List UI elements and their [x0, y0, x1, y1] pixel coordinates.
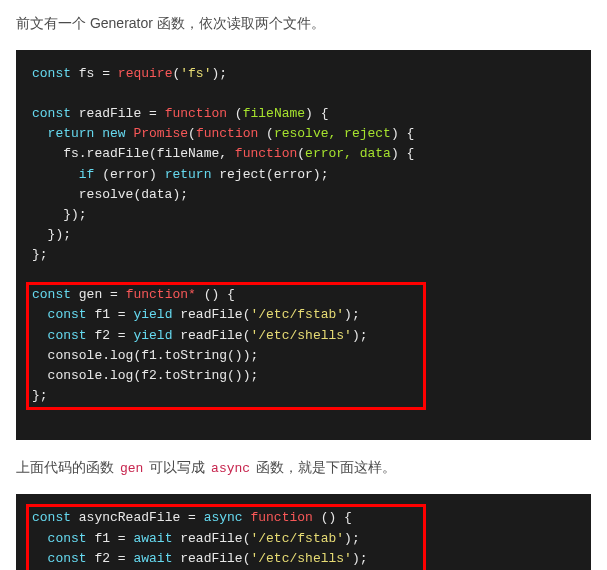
code-token: await	[133, 531, 172, 546]
code-token: const	[32, 510, 71, 525]
code-token	[32, 328, 48, 343]
code-token: f2 =	[87, 551, 134, 566]
code-token: });	[32, 227, 71, 242]
text-run: 函数，就是下面这样。	[252, 459, 396, 475]
code-token: async	[204, 510, 243, 525]
code-token: () {	[196, 287, 235, 302]
code-token: yield	[133, 328, 172, 343]
code-token: readFile(	[172, 551, 250, 566]
code-token: console.log(f2.toString());	[32, 368, 258, 383]
code-token: readFile(	[172, 307, 250, 322]
code-token: const	[32, 287, 71, 302]
code-block-generator: const fs = require('fs'); const readFile…	[16, 50, 591, 441]
text-run: 上面代码的函数	[16, 459, 118, 475]
text-run: 可以写成	[145, 459, 209, 475]
code-token: f1 =	[87, 531, 134, 546]
code-token: console.log(f1.toString());	[32, 348, 258, 363]
code-token: return	[165, 167, 212, 182]
code-token: readFile(	[172, 328, 250, 343]
code-token: );	[211, 66, 227, 81]
code-token: 'fs'	[180, 66, 211, 81]
code-token: function	[250, 510, 312, 525]
code-token: await	[133, 551, 172, 566]
inline-code-gen: gen	[118, 461, 145, 476]
code-token: };	[32, 388, 48, 403]
inline-code-async: async	[209, 461, 252, 476]
paragraph-middle: 上面代码的函数 gen 可以写成 async 函数，就是下面这样。	[16, 456, 591, 480]
code-token: );	[344, 307, 360, 322]
code-token: (	[258, 126, 274, 141]
code-token: '/etc/shells'	[250, 551, 351, 566]
code-token: '/etc/fstab'	[250, 531, 344, 546]
code-token: const	[48, 531, 87, 546]
code-token: readFile(	[172, 531, 250, 546]
code-token: new	[102, 126, 125, 141]
code-token	[32, 551, 48, 566]
code-token: );	[352, 328, 368, 343]
code-token: '/etc/shells'	[250, 328, 351, 343]
code-token: );	[352, 551, 368, 566]
code-token: function	[196, 126, 258, 141]
code-token: reject(error);	[211, 167, 328, 182]
code-token: (error)	[94, 167, 164, 182]
code-token: const	[32, 106, 71, 121]
code-token: gen =	[71, 287, 126, 302]
code-token: fs =	[71, 66, 118, 81]
code-token: };	[32, 247, 48, 262]
paragraph-intro: 前文有一个 Generator 函数，依次读取两个文件。	[16, 12, 591, 36]
code-token: return	[48, 126, 95, 141]
code-token: asyncReadFile =	[71, 510, 204, 525]
code-token: function	[165, 106, 227, 121]
code-token: function	[235, 146, 297, 161]
code-token: Promise	[133, 126, 188, 141]
code-block-async: const asyncReadFile = async function () …	[16, 494, 591, 570]
code-token: (	[227, 106, 243, 121]
code-token: (	[188, 126, 196, 141]
code-token: f2 =	[87, 328, 134, 343]
code-token: );	[344, 531, 360, 546]
code-token: *	[188, 287, 196, 302]
code-token: const	[48, 551, 87, 566]
code-token: fileName	[243, 106, 305, 121]
code-token: ) {	[305, 106, 328, 121]
code-token	[32, 307, 48, 322]
code-token: resolve, reject	[274, 126, 391, 141]
code-token: });	[32, 207, 87, 222]
code-token: () {	[313, 510, 352, 525]
code-token: const	[32, 66, 71, 81]
code-token: resolve(data);	[32, 187, 188, 202]
code-token: error, data	[305, 146, 391, 161]
code-token: ) {	[391, 126, 414, 141]
code-token: yield	[133, 307, 172, 322]
code-token: fs.readFile(fileName,	[32, 146, 235, 161]
code-token: (	[297, 146, 305, 161]
code-token: function	[126, 287, 188, 302]
code-token: '/etc/fstab'	[250, 307, 344, 322]
code-token: readFile =	[71, 106, 165, 121]
code-token: require	[118, 66, 173, 81]
code-token	[32, 126, 48, 141]
code-token: f1 =	[87, 307, 134, 322]
code-token: if	[79, 167, 95, 182]
code-token: const	[48, 307, 87, 322]
code-token	[32, 167, 79, 182]
code-token: const	[48, 328, 87, 343]
code-token: ) {	[391, 146, 414, 161]
code-token	[32, 531, 48, 546]
